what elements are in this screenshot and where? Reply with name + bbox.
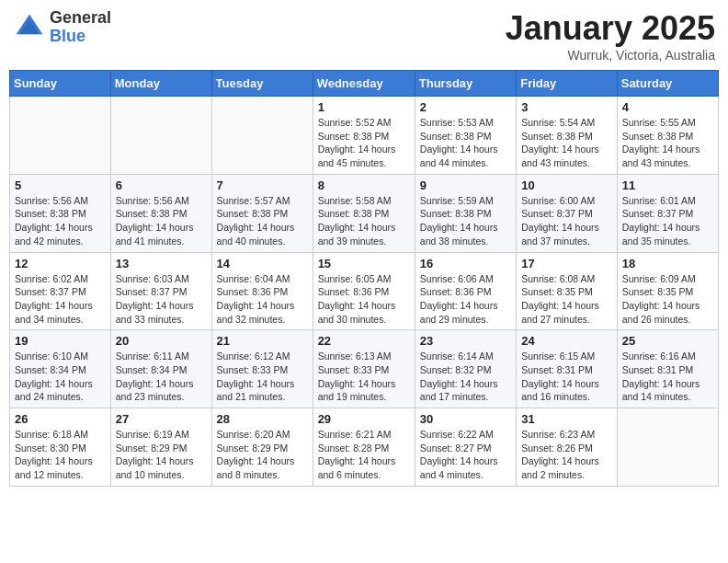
calendar-location: Wurruk, Victoria, Australia [506, 48, 715, 63]
day-info: Sunrise: 5:53 AM Sunset: 8:38 PM Dayligh… [420, 116, 511, 170]
calendar-cell: 9Sunrise: 5:59 AM Sunset: 8:38 PM Daylig… [415, 174, 516, 252]
day-number: 16 [420, 257, 511, 270]
calendar-cell: 24Sunrise: 6:15 AM Sunset: 8:31 PM Dayli… [517, 330, 618, 408]
day-number: 13 [116, 257, 207, 270]
day-info: Sunrise: 6:03 AM Sunset: 8:37 PM Dayligh… [116, 272, 207, 327]
calendar-cell [110, 97, 211, 175]
logo: General Blue [13, 9, 111, 46]
calendar-cell: 16Sunrise: 6:06 AM Sunset: 8:36 PM Dayli… [415, 252, 516, 330]
day-info: Sunrise: 6:10 AM Sunset: 8:34 PM Dayligh… [15, 350, 106, 404]
day-number: 3 [521, 100, 612, 114]
day-number: 29 [318, 412, 410, 426]
day-info: Sunrise: 6:09 AM Sunset: 8:35 PM Dayligh… [622, 272, 713, 327]
day-info: Sunrise: 6:02 AM Sunset: 8:37 PM Dayligh… [15, 272, 106, 327]
day-info: Sunrise: 6:08 AM Sunset: 8:35 PM Dayligh… [521, 272, 612, 327]
title-block: January 2025 Wurruk, Victoria, Australia [506, 9, 715, 63]
logo-general: General [50, 9, 111, 28]
calendar-cell: 7Sunrise: 5:57 AM Sunset: 8:38 PM Daylig… [211, 174, 313, 252]
day-header-saturday: Saturday [617, 71, 718, 97]
logo-text: General Blue [50, 9, 111, 46]
calendar-week-1: 1Sunrise: 5:52 AM Sunset: 8:38 PM Daylig… [10, 97, 719, 175]
day-number: 11 [622, 178, 713, 192]
calendar-cell: 12Sunrise: 6:02 AM Sunset: 8:37 PM Dayli… [10, 252, 111, 330]
day-info: Sunrise: 5:54 AM Sunset: 8:38 PM Dayligh… [521, 116, 612, 170]
day-info: Sunrise: 6:19 AM Sunset: 8:29 PM Dayligh… [116, 428, 207, 482]
day-info: Sunrise: 6:15 AM Sunset: 8:31 PM Dayligh… [521, 350, 612, 404]
day-number: 6 [116, 178, 207, 192]
calendar-cell: 26Sunrise: 6:18 AM Sunset: 8:30 PM Dayli… [10, 408, 111, 487]
day-info: Sunrise: 6:20 AM Sunset: 8:29 PM Dayligh… [217, 428, 308, 482]
calendar-week-3: 12Sunrise: 6:02 AM Sunset: 8:37 PM Dayli… [10, 252, 719, 330]
day-number: 14 [217, 257, 308, 270]
calendar-body: 1Sunrise: 5:52 AM Sunset: 8:38 PM Daylig… [10, 97, 719, 487]
calendar-cell: 13Sunrise: 6:03 AM Sunset: 8:37 PM Dayli… [110, 252, 211, 330]
calendar-cell: 15Sunrise: 6:05 AM Sunset: 8:36 PM Dayli… [313, 252, 415, 330]
day-number: 4 [622, 100, 713, 114]
calendar-cell: 29Sunrise: 6:21 AM Sunset: 8:28 PM Dayli… [313, 408, 415, 487]
day-info: Sunrise: 5:52 AM Sunset: 8:38 PM Dayligh… [318, 116, 410, 170]
days-header-row: SundayMondayTuesdayWednesdayThursdayFrid… [10, 71, 719, 97]
calendar-cell [617, 408, 718, 487]
calendar-cell: 10Sunrise: 6:00 AM Sunset: 8:37 PM Dayli… [517, 174, 618, 252]
calendar-title: January 2025 [506, 9, 715, 48]
calendar-cell: 5Sunrise: 5:56 AM Sunset: 8:38 PM Daylig… [10, 174, 111, 252]
day-info: Sunrise: 6:22 AM Sunset: 8:27 PM Dayligh… [420, 428, 511, 482]
day-info: Sunrise: 6:12 AM Sunset: 8:33 PM Dayligh… [217, 350, 308, 404]
day-number: 19 [15, 334, 106, 348]
calendar-cell [10, 97, 111, 175]
calendar-cell: 6Sunrise: 5:56 AM Sunset: 8:38 PM Daylig… [110, 174, 211, 252]
day-number: 30 [420, 412, 511, 426]
day-info: Sunrise: 6:01 AM Sunset: 8:37 PM Dayligh… [622, 194, 713, 248]
calendar-cell: 18Sunrise: 6:09 AM Sunset: 8:35 PM Dayli… [617, 252, 718, 330]
day-header-tuesday: Tuesday [211, 71, 313, 97]
calendar-week-5: 26Sunrise: 6:18 AM Sunset: 8:30 PM Dayli… [10, 408, 719, 487]
day-number: 26 [15, 412, 106, 426]
day-number: 7 [217, 178, 308, 192]
calendar-cell: 19Sunrise: 6:10 AM Sunset: 8:34 PM Dayli… [10, 330, 111, 408]
calendar-cell: 31Sunrise: 6:23 AM Sunset: 8:26 PM Dayli… [517, 408, 618, 487]
day-info: Sunrise: 6:00 AM Sunset: 8:37 PM Dayligh… [521, 194, 612, 248]
day-number: 18 [622, 257, 713, 270]
day-number: 10 [521, 178, 612, 192]
day-info: Sunrise: 5:56 AM Sunset: 8:38 PM Dayligh… [15, 194, 106, 248]
day-number: 28 [217, 412, 308, 426]
day-number: 2 [420, 100, 511, 114]
calendar-cell: 30Sunrise: 6:22 AM Sunset: 8:27 PM Dayli… [415, 408, 516, 487]
day-number: 22 [318, 334, 410, 348]
calendar-cell: 20Sunrise: 6:11 AM Sunset: 8:34 PM Dayli… [110, 330, 211, 408]
calendar-week-4: 19Sunrise: 6:10 AM Sunset: 8:34 PM Dayli… [10, 330, 719, 408]
day-number: 31 [521, 412, 612, 426]
calendar-cell: 3Sunrise: 5:54 AM Sunset: 8:38 PM Daylig… [517, 97, 618, 175]
calendar-cell: 2Sunrise: 5:53 AM Sunset: 8:38 PM Daylig… [415, 97, 516, 175]
day-info: Sunrise: 5:59 AM Sunset: 8:38 PM Dayligh… [420, 194, 511, 248]
day-header-friday: Friday [517, 71, 618, 97]
day-number: 8 [318, 178, 410, 192]
logo-blue: Blue [50, 28, 111, 46]
day-info: Sunrise: 6:21 AM Sunset: 8:28 PM Dayligh… [318, 428, 410, 482]
calendar-cell: 22Sunrise: 6:13 AM Sunset: 8:33 PM Dayli… [313, 330, 415, 408]
calendar-cell: 21Sunrise: 6:12 AM Sunset: 8:33 PM Dayli… [211, 330, 313, 408]
day-number: 25 [622, 334, 713, 348]
day-number: 12 [15, 257, 106, 270]
day-info: Sunrise: 6:06 AM Sunset: 8:36 PM Dayligh… [420, 272, 511, 327]
day-info: Sunrise: 6:11 AM Sunset: 8:34 PM Dayligh… [116, 350, 207, 404]
calendar-cell: 11Sunrise: 6:01 AM Sunset: 8:37 PM Dayli… [617, 174, 718, 252]
page-header: General Blue January 2025 Wurruk, Victor… [9, 9, 719, 63]
day-info: Sunrise: 6:18 AM Sunset: 8:30 PM Dayligh… [15, 428, 106, 482]
day-number: 1 [318, 100, 410, 114]
calendar-cell: 14Sunrise: 6:04 AM Sunset: 8:36 PM Dayli… [211, 252, 313, 330]
day-number: 9 [420, 178, 511, 192]
day-info: Sunrise: 6:05 AM Sunset: 8:36 PM Dayligh… [318, 272, 410, 327]
day-info: Sunrise: 6:16 AM Sunset: 8:31 PM Dayligh… [622, 350, 713, 404]
day-number: 23 [420, 334, 511, 348]
day-info: Sunrise: 5:57 AM Sunset: 8:38 PM Dayligh… [217, 194, 308, 248]
calendar-cell: 8Sunrise: 5:58 AM Sunset: 8:38 PM Daylig… [313, 174, 415, 252]
day-info: Sunrise: 6:23 AM Sunset: 8:26 PM Dayligh… [521, 428, 612, 482]
day-number: 15 [318, 257, 410, 270]
calendar-cell: 17Sunrise: 6:08 AM Sunset: 8:35 PM Dayli… [517, 252, 618, 330]
day-number: 21 [217, 334, 308, 348]
calendar-cell [211, 97, 313, 175]
calendar-table: SundayMondayTuesdayWednesdayThursdayFrid… [9, 70, 719, 487]
logo-icon [13, 11, 46, 44]
day-info: Sunrise: 5:55 AM Sunset: 8:38 PM Dayligh… [622, 116, 713, 170]
